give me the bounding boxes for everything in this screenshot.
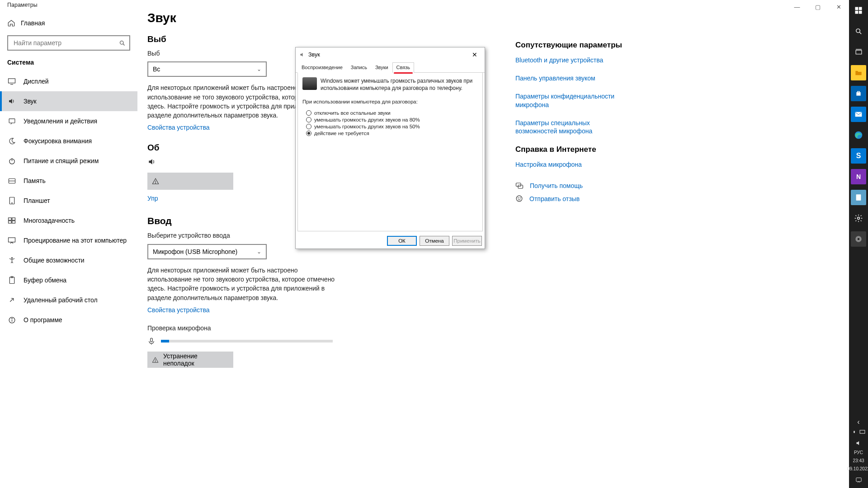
gear-icon[interactable] (851, 211, 866, 226)
store-icon[interactable] (851, 86, 866, 101)
sidebar-item-clip[interactable]: Буфер обмена (0, 270, 137, 290)
clip-icon (7, 276, 16, 284)
settings-app-icon[interactable] (851, 231, 866, 247)
sidebar-item-project[interactable]: Проецирование на этот компьютер (0, 230, 137, 250)
sidebar-item-multit[interactable]: Многозадачность (0, 211, 137, 230)
nav-list: ДисплейЗвукУведомления и действияФокусир… (0, 71, 137, 330)
edge-icon[interactable] (851, 127, 866, 143)
apply-button[interactable]: Применить (452, 236, 482, 246)
rail-link[interactable]: Панель управления звуком (515, 74, 628, 82)
rail-footer-chat[interactable]: Получить помощь (515, 182, 628, 189)
radio-option[interactable]: уменьшать громкость других звуков на 50% (306, 124, 478, 129)
sidebar-item-remote[interactable]: Удаленный рабочий стол (0, 290, 137, 310)
window-controls: — ▢ ✕ (787, 0, 849, 14)
sidebar-home[interactable]: Главная (0, 13, 137, 35)
rail-related-head: Сопутствующие параметры (515, 41, 628, 50)
explorer-icon[interactable] (851, 65, 866, 80)
sidebar-item-label: Общие возможности (24, 257, 85, 264)
rail-link[interactable]: Параметры конфиденциальности микрофона (515, 92, 628, 108)
minimize-button[interactable]: — (787, 0, 807, 14)
dialog-tab[interactable]: Воспроизведение (297, 62, 347, 73)
device-props-link-2[interactable]: Свойства устройства (147, 306, 210, 314)
dialog-tab[interactable]: Звуки (371, 62, 392, 73)
sidebar-item-about[interactable]: О программе (0, 310, 137, 330)
cancel-button[interactable]: Отмена (420, 236, 449, 246)
start-button[interactable] (851, 3, 866, 18)
ok-button[interactable]: ОК (387, 236, 417, 246)
sidebar-item-storage[interactable]: Память (0, 171, 137, 191)
svg-point-37 (856, 28, 860, 33)
svg-rect-43 (856, 194, 861, 200)
onenote-icon[interactable]: N (851, 169, 866, 184)
tray-expand-icon[interactable]: ‹ (851, 417, 866, 427)
tray-date[interactable]: 09.10.2022 (847, 466, 868, 472)
svg-rect-49 (856, 478, 861, 481)
svg-point-10 (11, 203, 12, 203)
sidebar-item-tablet[interactable]: Планшет (0, 191, 137, 211)
manage-link[interactable]: Упр (147, 195, 158, 202)
dialog-title: Звук (308, 52, 320, 58)
rail-link[interactable]: Bluetooth и другие устройства (515, 56, 628, 64)
output-select[interactable]: Вс ⌄ (147, 61, 267, 77)
sidebar-item-notify[interactable]: Уведомления и действия (0, 111, 137, 131)
sidebar-item-focus[interactable]: Фокусировка внимания (0, 131, 137, 151)
search-icon[interactable] (851, 23, 866, 39)
radio-option[interactable]: уменьшать громкость других звуков на 80% (306, 117, 478, 122)
taskview-icon[interactable] (851, 44, 866, 60)
svg-rect-36 (859, 11, 862, 14)
sidebar-item-display[interactable]: Дисплей (0, 71, 137, 91)
sidebar-item-label: Планшет (24, 197, 50, 204)
search-input[interactable] (14, 39, 119, 47)
dialog-body: Windows может уменьшать громкость различ… (297, 73, 483, 231)
maximize-button[interactable]: ▢ (807, 0, 828, 14)
home-icon (7, 19, 15, 27)
main-area: — ▢ ✕ Звук Выб Выб Вс ⌄ Для некоторых пр… (137, 0, 849, 488)
svg-rect-12 (12, 218, 15, 220)
dialog-options: отключить все остальные звукиуменьшать г… (302, 109, 478, 137)
close-button[interactable]: ✕ (828, 0, 849, 14)
rail-footer-smile[interactable]: Отправить отзыв (515, 195, 628, 202)
device-props-link[interactable]: Свойства устройства (147, 124, 210, 131)
dialog-close-button[interactable]: ✕ (468, 48, 481, 61)
notebook-icon[interactable] (851, 190, 866, 205)
notifications-icon[interactable] (851, 474, 866, 485)
rail-link[interactable]: Параметры специальных возможностей микро… (515, 119, 628, 135)
mail-icon[interactable] (851, 107, 866, 122)
troubleshoot-button[interactable]: Устранение неполадок (147, 352, 233, 368)
radio-option[interactable]: действие не требуется (306, 131, 478, 136)
radio-option[interactable]: отключить все остальные звуки (306, 110, 478, 116)
warning-icon (152, 178, 159, 185)
skype-icon[interactable]: S (851, 148, 866, 164)
sidebar-item-sound[interactable]: Звук (0, 91, 137, 111)
sound-icon (7, 97, 16, 105)
svg-rect-47 (854, 431, 855, 433)
warning-icon (152, 357, 159, 363)
input-paragraph: Для некоторых приложений может быть наст… (147, 266, 337, 302)
svg-point-0 (120, 41, 124, 44)
volume-icon[interactable] (851, 438, 866, 447)
sidebar-item-label: Удаленный рабочий стол (24, 296, 98, 304)
sidebar-item-access[interactable]: Общие возможности (0, 250, 137, 270)
tray-time[interactable]: 23:43 (853, 458, 864, 464)
svg-rect-13 (9, 221, 12, 223)
tray-icons[interactable] (852, 430, 865, 436)
dialog-tab[interactable]: Связь (392, 62, 414, 73)
sidebar-item-label: Фокусировка внимания (24, 137, 92, 145)
rail-help-link[interactable]: Настройка микрофона (515, 160, 628, 169)
sidebar-item-label: Многозадачность (24, 217, 75, 224)
sidebar-item-label: Проецирование на этот компьютер (24, 237, 127, 244)
search-box[interactable] (7, 35, 130, 51)
radio-icon (306, 124, 311, 129)
dialog-tab[interactable]: Запись (347, 62, 371, 73)
input-select[interactable]: Микрофон (USB Microphone) ⌄ (147, 244, 267, 259)
sidebar-item-power[interactable]: Питание и спящий режим (0, 151, 137, 171)
access-icon (7, 257, 16, 264)
tray-lang[interactable]: РУС (854, 450, 863, 455)
output-select-value: Вс (153, 66, 160, 73)
power-icon (7, 157, 16, 165)
sidebar-home-label: Главная (21, 19, 45, 27)
project-icon (7, 237, 16, 244)
chat-icon (515, 182, 524, 189)
sidebar-item-label: О программе (24, 316, 62, 324)
dialog-titlebar[interactable]: Звук ✕ (296, 47, 485, 62)
